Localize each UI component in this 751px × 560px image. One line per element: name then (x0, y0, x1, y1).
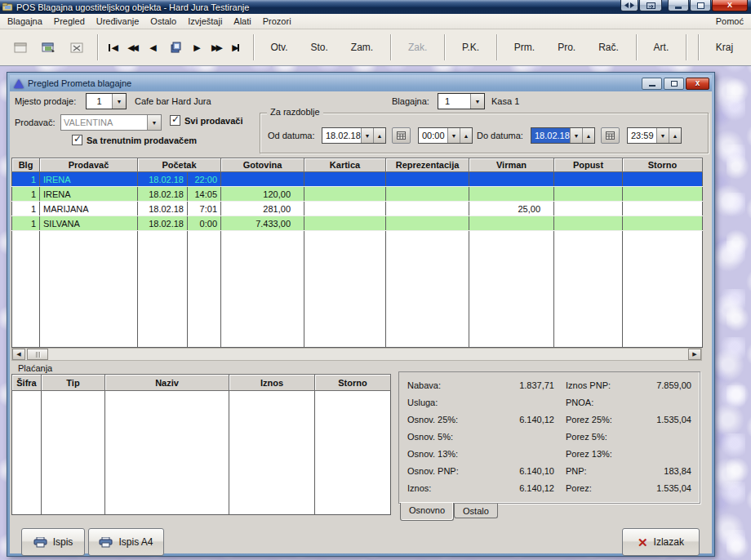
dialog-minimize-button[interactable] (642, 78, 662, 90)
kraj-button[interactable]: Kraj (706, 37, 743, 58)
calendar-icon (397, 131, 406, 140)
toolbar-separator (97, 34, 98, 60)
scroll-left-button[interactable]: ◀ (12, 349, 25, 360)
col-blg[interactable]: Blg (12, 158, 40, 172)
do-calendar-button[interactable] (601, 127, 620, 144)
pro-button[interactable]: Pro. (548, 37, 585, 58)
maximize-button[interactable] (690, 0, 711, 11)
col-popust[interactable]: Popust (554, 158, 623, 172)
prev-window-button[interactable] (620, 0, 638, 11)
chevron-up-icon[interactable]: ▲ (669, 128, 681, 143)
col-kartica[interactable]: Kartica (304, 158, 386, 172)
promet-grid: Blg Prodavač Početak Gotovina Kartica Re… (11, 158, 703, 348)
restore-child-button[interactable] (639, 0, 662, 11)
pk-button[interactable]: P.K. (452, 37, 489, 58)
col-virman[interactable]: Virman (469, 158, 554, 172)
refresh-button[interactable] (166, 35, 185, 60)
scroll-right-button[interactable]: ▶ (688, 349, 701, 360)
window-button[interactable] (9, 35, 33, 60)
app-icon (2, 2, 13, 11)
tab-osnovno[interactable]: Osnovno (400, 503, 454, 521)
chevron-down-icon[interactable]: ▼ (447, 128, 460, 143)
grid-row[interactable]: 1 MARIJANA 18.02.18 7:01 281,00 25,00 (12, 202, 703, 216)
close-window-icon (70, 42, 83, 53)
menu-alati[interactable]: Alati (228, 15, 256, 28)
sa-trenutnim-checkbox[interactable]: ✓ Sa trenutnim prodavačem (72, 135, 197, 145)
col-pocetak[interactable]: Početak (138, 158, 221, 172)
arrow-right-icon: ▶ (692, 351, 696, 358)
sto-button[interactable]: Sto. (301, 37, 338, 58)
cell-storno (623, 216, 703, 231)
window-icon (14, 42, 27, 53)
dialog-titlebar[interactable]: Pregled Prometa blagajne x (10, 75, 712, 91)
dialog-client: Mjesto prodaje: 1 ▼ Cafe bar Hard Jura B… (10, 91, 712, 553)
od-datuma-field[interactable]: 18.02.18 ▼ ▲ (322, 127, 386, 144)
chevron-down-icon[interactable]: ▼ (470, 94, 484, 109)
do-vrijeme-field[interactable]: 23:59 ▼ ▲ (627, 127, 682, 144)
grid-row[interactable]: 1 IRENA 18.02.18 14:05 120,00 (12, 187, 703, 202)
chevron-down-icon[interactable]: ▼ (361, 128, 373, 143)
svi-prodavaci-checkbox[interactable]: ✓ Svi prodavači (170, 115, 243, 126)
col-storno[interactable]: Storno (623, 158, 703, 172)
summary-value: 6.140,12 (482, 483, 554, 493)
prev-record-button[interactable]: ◀ (143, 35, 162, 60)
menu-pomoc[interactable]: Pomoć (710, 15, 749, 28)
chevron-up-icon[interactable]: ▲ (460, 128, 472, 143)
minimize-icon (675, 7, 682, 9)
close-button[interactable]: X (712, 0, 748, 11)
chevron-up-icon[interactable]: ▲ (582, 128, 594, 143)
menu-prozori[interactable]: Prozori (257, 15, 297, 28)
dialog-close-button[interactable]: x (686, 78, 709, 90)
art-button[interactable]: Art. (644, 37, 679, 58)
close-window-button[interactable] (65, 35, 89, 60)
izlazak-button[interactable]: ✕ Izlazak (622, 528, 700, 556)
summary-label: Porez 5%: (566, 432, 641, 442)
ispis-button[interactable]: Ispis (21, 528, 85, 556)
prm-button[interactable]: Prm. (504, 37, 544, 58)
od-calendar-button[interactable] (392, 127, 411, 144)
menu-izvjestaji[interactable]: Izvještaji (182, 15, 228, 28)
otv-button[interactable]: Otv. (260, 37, 297, 58)
zam-button[interactable]: Zam. (341, 37, 383, 58)
cell-datum: 18.02.18 (138, 216, 188, 231)
od-vrijeme-field[interactable]: 00:00 ▼ ▲ (418, 127, 473, 144)
col-iznos[interactable]: Iznos (229, 375, 315, 391)
menu-ostalo[interactable]: Ostalo (144, 15, 182, 28)
col-tip[interactable]: Tip (42, 375, 105, 391)
grid-hscrollbar[interactable]: ◀ ▶ (11, 348, 702, 361)
chevron-down-icon[interactable]: ▼ (147, 115, 161, 130)
col-sifra[interactable]: Šifra (12, 375, 42, 391)
last-record-button[interactable]: ▶ (227, 35, 247, 60)
menu-uredivanje[interactable]: Uređivanje (91, 15, 145, 28)
mjesto-prodaje-combo[interactable]: 1 ▼ (86, 93, 127, 109)
first-record-button[interactable]: ◀ (103, 35, 122, 60)
minimize-button[interactable] (668, 0, 689, 11)
prodavac-combo[interactable]: VALENTINA ▼ (60, 114, 162, 131)
col-prodavac[interactable]: Prodavač (40, 158, 138, 172)
next-record-button[interactable]: ▶ (187, 35, 207, 60)
dialog-title: Pregled Prometa blagajne (28, 78, 131, 88)
grid-row[interactable]: 1 IRENA 18.02.18 22:00 (12, 172, 703, 187)
col-gotovina[interactable]: Gotovina (221, 158, 304, 172)
col-naziv[interactable]: Naziv (105, 375, 229, 391)
chevron-down-icon[interactable]: ▼ (570, 128, 582, 143)
dialog-maximize-button[interactable] (664, 78, 684, 90)
do-datuma-field[interactable]: 18.02.18 ▼ ▲ (531, 127, 595, 144)
chevron-down-icon[interactable]: ▼ (656, 128, 669, 143)
fast-next-button[interactable]: ▶▶ (207, 35, 227, 60)
col-storno[interactable]: Storno (315, 375, 391, 391)
ispis-a4-button[interactable]: Ispis A4 (88, 528, 164, 556)
blagajna-combo[interactable]: 1 ▼ (438, 93, 485, 109)
menu-pregled[interactable]: Pregled (48, 15, 91, 28)
chevron-down-icon[interactable]: ▼ (112, 94, 126, 109)
tab-ostalo[interactable]: Ostalo (454, 504, 498, 518)
open-window-button[interactable] (38, 35, 61, 60)
scrollbar-thumb[interactable] (27, 349, 48, 360)
col-reprezentacija[interactable]: Reprezentacija (386, 158, 469, 172)
chevron-up-icon[interactable]: ▲ (373, 128, 385, 143)
fast-prev-button[interactable]: ◀◀ (123, 35, 143, 60)
menu-blagajna[interactable]: Blagajna (2, 15, 48, 28)
cell-prodavac: SILVANA (40, 216, 138, 231)
grid-row[interactable]: 1 SILVANA 18.02.18 0:00 7.433,00 (12, 216, 703, 231)
rac-button[interactable]: Rač. (589, 37, 629, 58)
